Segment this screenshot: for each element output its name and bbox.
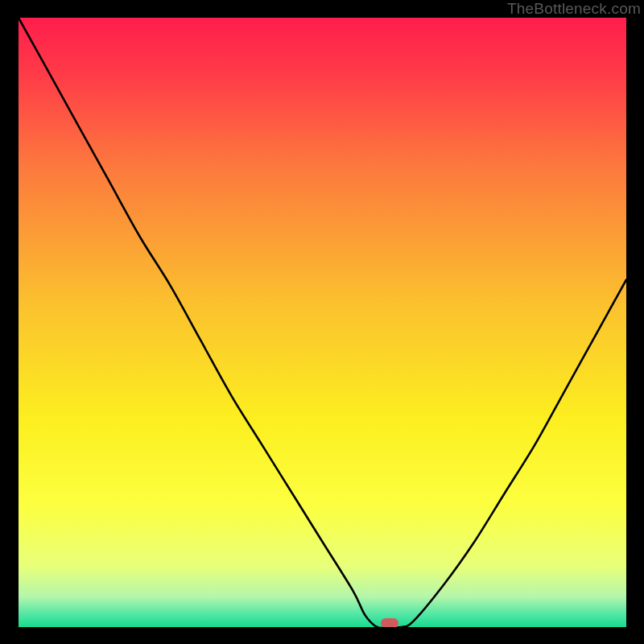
- bottleneck-curve: [19, 18, 626, 627]
- chart-frame: TheBottleneck.com: [0, 0, 644, 644]
- plot-area: [19, 18, 626, 627]
- optimum-marker: [381, 618, 398, 627]
- watermark-text: TheBottleneck.com: [507, 0, 641, 18]
